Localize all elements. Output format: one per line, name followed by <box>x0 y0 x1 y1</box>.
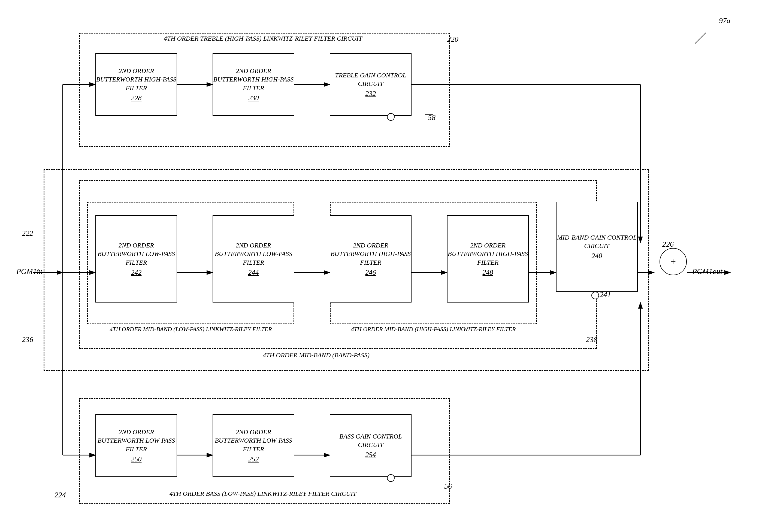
ref-220: 220 <box>447 35 458 43</box>
pot-232 <box>387 113 395 121</box>
box-248: 2ND ORDER BUTTERWORTH HIGH-PASS FILTER 2… <box>447 215 529 303</box>
box-246: 2ND ORDER BUTTERWORTH HIGH-PASS FILTER 2… <box>330 215 412 303</box>
ref-97a: 97a <box>719 16 730 25</box>
ref-58: 58 <box>428 113 435 122</box>
box-250: 2ND ORDER BUTTERWORTH LOW-PASS FILTER 25… <box>95 414 177 477</box>
ref-224: 224 <box>54 491 66 499</box>
midband-lowpass-label: 4TH ORDER MID-BAND (LOW-PASS) LINKWITZ-R… <box>90 326 292 333</box>
midband-bandpass-label: 4TH ORDER MID-BAND (BAND-PASS) <box>153 351 480 359</box>
pot-240 <box>591 292 599 299</box>
treble-filter-label: 4TH ORDER TREBLE (HIGH-PASS) LINKWITZ-RI… <box>93 35 433 42</box>
ref-56: 56 <box>444 482 452 491</box>
ref-241: 241 <box>600 290 611 299</box>
box-252: 2ND ORDER BUTTERWORTH LOW-PASS FILTER 25… <box>213 414 294 477</box>
bass-filter-label: 4TH ORDER BASS (LOW-PASS) LINKWITZ-RILEY… <box>93 490 433 497</box>
svg-line-1 <box>695 33 706 43</box>
box-254: BASS GAIN CONTROL CIRCUIT 254 <box>330 414 412 477</box>
sum-symbol: + <box>670 256 676 267</box>
box-242: 2ND ORDER BUTTERWORTH LOW-PASS FILTER 24… <box>95 215 177 303</box>
pgm1-out-label: PGM1out <box>692 267 722 276</box>
midband-highpass-label: 4TH ORDER MID-BAND (HIGH-PASS) LINKWITZ-… <box>333 326 534 333</box>
box-228: 2ND ORDER BUTTERWORTH HIGH-PASS FILTER 2… <box>95 53 177 116</box>
ref-222: 222 <box>22 229 33 238</box>
box-240: MID-BAND GAIN CONTROL CIRCUIT 240 <box>556 202 638 292</box>
box-230: 2ND ORDER BUTTERWORTH HIGH-PASS FILTER 2… <box>213 53 294 116</box>
diagram-container: 97a 4TH ORDER TREBLE (HIGH-PASS) LINKWIT… <box>16 11 738 521</box>
ref-238: 238 <box>586 335 597 344</box>
sum-circle-226: + <box>659 248 687 275</box>
ref-226: 226 <box>662 240 674 249</box>
pot-254 <box>387 474 395 482</box>
box-244: 2ND ORDER BUTTERWORTH LOW-PASS FILTER 24… <box>213 215 294 303</box>
ref-236: 236 <box>22 335 33 344</box>
box-232: TREBLE GAIN CONTROL CIRCUIT 232 <box>330 53 412 116</box>
pgm1-in-label: PGM1in <box>16 267 42 276</box>
